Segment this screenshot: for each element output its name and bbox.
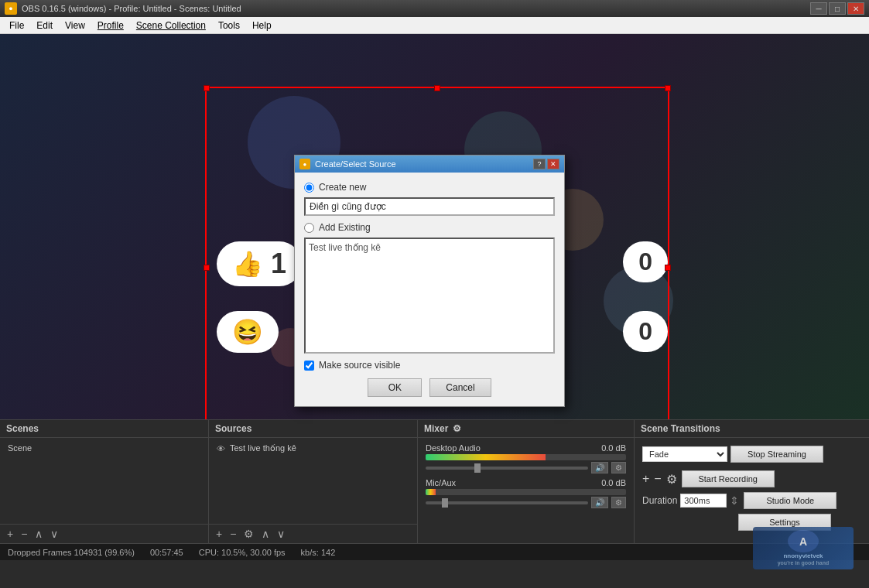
create-new-radio[interactable] (304, 183, 314, 193)
scenes-header: Scenes (0, 420, 208, 438)
desktop-audio-label: Desktop Audio (426, 443, 481, 453)
modal-cancel-button[interactable]: Cancel (429, 378, 491, 397)
menu-profile[interactable]: Profile (91, 19, 130, 32)
sources-content: 👁 Test live thống kê (209, 438, 417, 524)
desktop-audio-settings[interactable]: ⚙ (611, 462, 626, 473)
scene-item[interactable]: Scene (3, 441, 205, 455)
make-visible-checkbox[interactable] (304, 361, 314, 371)
desktop-audio-label-row: Desktop Audio 0.0 dB (426, 443, 626, 453)
window-controls: ─ □ ✕ (810, 2, 864, 15)
source-name: Test live thống kê (230, 443, 296, 453)
source-config-button[interactable]: ⚙ (241, 527, 256, 541)
modal-close-button[interactable]: ✕ (547, 159, 559, 169)
create-select-source-dialog: ● Create/Select Source ? ✕ Create new Ad… (294, 155, 565, 407)
source-down-button[interactable]: ∨ (275, 527, 287, 541)
source-remove-button[interactable]: − (228, 527, 238, 541)
handle-tm[interactable] (434, 85, 440, 91)
sources-toolbar: + − ⚙ ∧ ∨ (209, 524, 417, 543)
transitions-controls: + − ⚙ (638, 470, 682, 488)
menu-view[interactable]: View (59, 19, 91, 32)
panels-area: Scenes Scene + − ∧ ∨ Sources 👁 Test live… (0, 419, 869, 543)
source-add-button[interactable]: + (214, 527, 224, 541)
handle-mr[interactable] (665, 265, 671, 271)
mic-aux-controls: 🔊 ⚙ (426, 497, 626, 508)
desktop-audio-thumb[interactable] (474, 463, 481, 473)
source-item[interactable]: 👁 Test live thống kê (212, 441, 414, 456)
desktop-audio-fill (426, 454, 546, 460)
desktop-audio-mute[interactable]: 🔊 (591, 462, 608, 473)
menu-edit[interactable]: Edit (30, 19, 59, 32)
close-button[interactable]: ✕ (847, 2, 864, 15)
transition-add-button[interactable]: + (642, 472, 649, 486)
menu-help[interactable]: Help (246, 19, 278, 32)
watermark-text: nnonyvietvekyou're in good hand (778, 552, 830, 566)
window-title: OBS 0.16.5 (windows) - Profile: Untitled… (22, 4, 810, 13)
make-visible-label: Make source visible (319, 360, 400, 371)
menu-file[interactable]: File (3, 19, 30, 32)
create-new-label: Create new (319, 182, 366, 193)
modal-titlebar: ● Create/Select Source ? ✕ (295, 156, 564, 173)
desktop-audio-slider[interactable] (426, 467, 588, 470)
start-recording-button[interactable]: Start Recording (682, 470, 775, 487)
mic-aux-label: Mic/Aux (426, 478, 456, 487)
modal-icon: ● (299, 159, 310, 169)
transitions-select-row: Fade Stop Streaming (638, 441, 866, 467)
scene-add-button[interactable]: + (5, 527, 15, 541)
modal-title: Create/Select Source (315, 159, 533, 169)
mixer-panel: Mixer ⚙ Desktop Audio 0.0 dB 🔊 ⚙ (418, 420, 635, 543)
maximize-button[interactable]: □ (829, 2, 846, 15)
scene-down-button[interactable]: ∨ (48, 527, 60, 541)
mic-aux-slider[interactable] (426, 501, 588, 504)
mic-aux-fill (426, 489, 436, 495)
mic-aux-row: Mic/Aux 0.0 dB 🔊 ⚙ (421, 476, 631, 511)
minimize-button[interactable]: ─ (810, 2, 827, 15)
scene-up-button[interactable]: ∧ (33, 527, 45, 541)
studio-mode-button[interactable]: Studio Mode (744, 492, 836, 509)
cpu-display: CPU: 10.5%, 30.00 fps (199, 548, 286, 557)
source-name-input[interactable] (304, 197, 555, 216)
scene-remove-button[interactable]: − (19, 527, 29, 541)
mic-aux-bar (426, 489, 626, 495)
mic-aux-mute[interactable]: 🔊 (591, 497, 608, 508)
scenes-content: Scene (0, 438, 208, 524)
duration-label: Duration (642, 495, 677, 506)
menu-tools[interactable]: Tools (212, 19, 246, 32)
handle-tr[interactable] (665, 85, 671, 91)
titlebar: ● OBS 0.16.5 (windows) - Profile: Untitl… (0, 0, 869, 17)
modal-action-buttons: OK Cancel (304, 378, 555, 397)
menu-scene-collection[interactable]: Scene Collection (130, 19, 212, 32)
mixer-settings-icon[interactable]: ⚙ (453, 423, 461, 434)
make-visible-row: Make source visible (304, 360, 555, 371)
app-icon: ● (5, 2, 17, 15)
add-existing-label: Add Existing (319, 222, 371, 233)
mic-aux-thumb[interactable] (442, 498, 448, 508)
sources-header: Sources (209, 420, 417, 438)
duration-input[interactable] (680, 494, 727, 508)
handle-ml[interactable] (204, 265, 210, 271)
duration-row: Duration ⇕ (638, 492, 744, 509)
scenes-panel: Scenes Scene + − ∧ ∨ (0, 420, 209, 543)
desktop-audio-bar (426, 454, 626, 460)
source-visibility-icon: 👁 (217, 444, 225, 453)
modal-help-button[interactable]: ? (533, 159, 546, 169)
statusbar: Dropped Frames 104931 (99.6%) 00:57:45 C… (0, 543, 869, 560)
transition-config-button[interactable]: ⚙ (666, 472, 677, 487)
create-new-row: Create new (304, 182, 555, 193)
transition-remove-button[interactable]: − (654, 472, 661, 486)
existing-source-item[interactable]: Test live thống kê (309, 242, 381, 253)
stop-streaming-button[interactable]: Stop Streaming (730, 446, 823, 463)
handle-tl[interactable] (204, 85, 210, 91)
dropped-frames: Dropped Frames 104931 (99.6%) (8, 548, 135, 557)
desktop-audio-row: Desktop Audio 0.0 dB 🔊 ⚙ (421, 441, 631, 476)
transitions-select[interactable]: Fade (642, 446, 727, 462)
add-existing-row: Add Existing (304, 222, 555, 233)
transitions-panel: Scene Transitions Fade Stop Streaming + … (635, 420, 869, 543)
existing-sources-list[interactable]: Test live thống kê (304, 238, 555, 354)
mic-aux-settings[interactable]: ⚙ (611, 497, 626, 508)
time-display: 00:57:45 (150, 548, 183, 557)
modal-ok-button[interactable]: OK (368, 378, 422, 397)
add-existing-radio[interactable] (304, 223, 314, 233)
duration-spinners[interactable]: ⇕ (730, 494, 739, 507)
source-up-button[interactable]: ∧ (259, 527, 272, 541)
watermark-logo: A (788, 530, 819, 552)
